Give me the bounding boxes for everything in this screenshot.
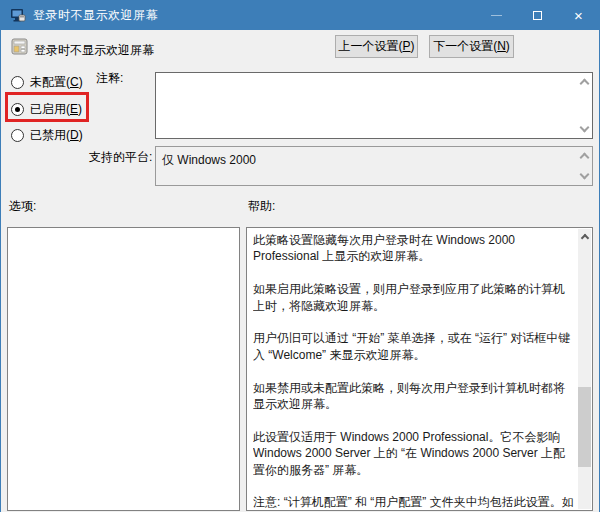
radio-enabled-circle[interactable] [11, 103, 24, 116]
close-button[interactable]: × [558, 0, 599, 30]
radio-disabled[interactable]: 已禁用(D) [11, 127, 83, 144]
radio-not-configured-label: 未配置(C) [30, 74, 83, 91]
minimize-button[interactable] [476, 0, 517, 30]
policy-name: 登录时不显示欢迎屏幕 [34, 42, 154, 59]
supported-on-box: 仅 Windows 2000 [155, 146, 593, 186]
help-paragraph: 此策略设置隐藏每次用户登录时在 Windows 2000 Professiona… [253, 232, 576, 265]
supported-on-label: 支持的平台: [89, 149, 152, 166]
comment-scroll-up-icon[interactable] [580, 79, 590, 89]
supported-on-value: 仅 Windows 2000 [162, 152, 256, 169]
policy-setting-icon [11, 38, 28, 55]
help-paragraph: 如果禁用或未配置此策略，则每次用户登录到计算机时都将显示欢迎屏幕。 [253, 380, 576, 413]
help-label: 帮助: [248, 198, 275, 215]
maximize-button[interactable] [517, 0, 558, 30]
next-setting-mnemonic: N [497, 39, 506, 53]
titlebar[interactable]: 登录时不显示欢迎屏幕 × [1, 0, 599, 30]
options-pane [7, 227, 240, 511]
supported-scroll-up-icon[interactable] [580, 153, 590, 163]
comment-label: 注释: [96, 70, 123, 87]
previous-setting-mnemonic: P [402, 39, 410, 53]
next-setting-button[interactable]: 下一个设置(N) [429, 35, 514, 58]
group-policy-app-icon [10, 7, 26, 23]
options-label: 选项: [9, 198, 36, 215]
previous-setting-label: 上一个设置( [338, 39, 402, 53]
radio-enabled[interactable]: 已启用(E) [11, 101, 82, 118]
scrollbar-thumb[interactable] [578, 387, 591, 467]
minimize-icon [491, 15, 502, 16]
close-icon: × [574, 8, 583, 23]
radio-disabled-circle[interactable] [11, 129, 24, 142]
help-paragraph: 如果启用此策略设置，则用户登录到应用了此策略的计算机上时，将隐藏欢迎屏幕。 [253, 281, 576, 314]
help-scrollbar[interactable] [578, 229, 591, 509]
supported-scroll-down-icon[interactable] [580, 170, 590, 180]
policy-setting-window: 登录时不显示欢迎屏幕 × 登录时不显示欢迎屏幕 上一个设置(P) 下一个设置(N… [0, 0, 600, 512]
radio-not-configured[interactable]: 未配置(C) [11, 74, 83, 91]
scroll-up-icon [580, 234, 588, 242]
comment-scroll-down-icon[interactable] [580, 123, 590, 133]
next-setting-label: 下一个设置( [433, 39, 497, 53]
comment-textbox[interactable] [155, 72, 593, 139]
maximize-icon [533, 11, 542, 20]
help-paragraph: 用户仍旧可以通过 “开始” 菜单选择，或在 “运行” 对话框中键入 “Welco… [253, 330, 576, 363]
help-paragraph: 此设置仅适用于 Windows 2000 Professional。它不会影响 … [253, 429, 576, 478]
radio-enabled-label: 已启用(E) [30, 101, 82, 118]
help-text: 此策略设置隐藏每次用户登录时在 Windows 2000 Professiona… [253, 232, 576, 510]
radio-disabled-label: 已禁用(D) [30, 127, 83, 144]
window-title: 登录时不显示欢迎屏幕 [33, 7, 158, 24]
radio-not-configured-circle[interactable] [11, 76, 24, 89]
help-pane[interactable]: 此策略设置隐藏每次用户登录时在 Windows 2000 Professiona… [246, 227, 593, 511]
previous-setting-button[interactable]: 上一个设置(P) [335, 35, 418, 58]
help-paragraph: 注意: “计算机配置” 和 “用户配置” 文件夹中均包括此设置。如果对这两项设置… [253, 494, 576, 510]
scrollbar-up-button[interactable] [578, 229, 591, 244]
